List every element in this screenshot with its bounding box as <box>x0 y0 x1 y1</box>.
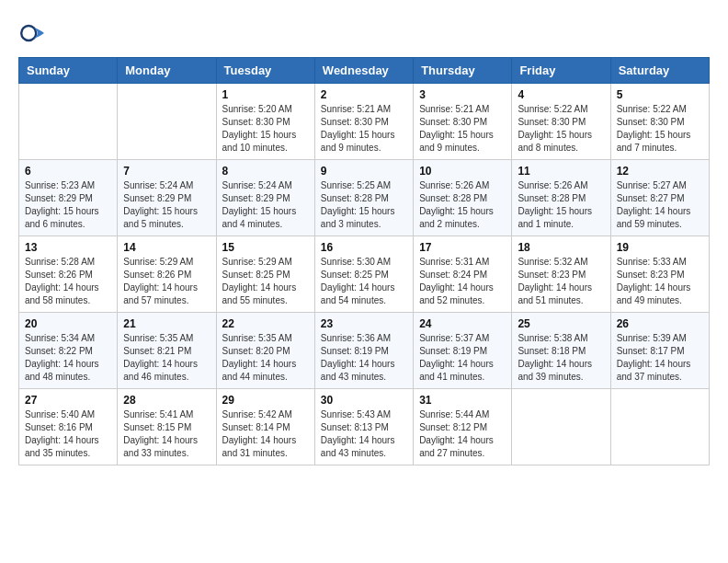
day-number: 31 <box>419 394 506 407</box>
calendar-week-1: 1Sunrise: 5:20 AM Sunset: 8:30 PM Daylig… <box>19 84 710 160</box>
calendar-header-row: SundayMondayTuesdayWednesdayThursdayFrid… <box>19 58 710 84</box>
day-info: Sunrise: 5:36 AM Sunset: 8:19 PM Dayligh… <box>321 332 407 384</box>
calendar-cell: 2Sunrise: 5:21 AM Sunset: 8:30 PM Daylig… <box>314 84 413 160</box>
calendar-cell <box>512 389 610 465</box>
day-info: Sunrise: 5:25 AM Sunset: 8:28 PM Dayligh… <box>321 179 407 231</box>
calendar-cell: 22Sunrise: 5:35 AM Sunset: 8:20 PM Dayli… <box>216 313 314 389</box>
day-number: 23 <box>321 317 407 330</box>
calendar-cell: 16Sunrise: 5:30 AM Sunset: 8:25 PM Dayli… <box>314 236 413 313</box>
day-info: Sunrise: 5:26 AM Sunset: 8:28 PM Dayligh… <box>518 179 604 231</box>
weekday-header-wednesday: Wednesday <box>314 58 413 84</box>
day-number: 6 <box>25 165 111 178</box>
day-number: 27 <box>25 394 111 407</box>
calendar-cell: 24Sunrise: 5:37 AM Sunset: 8:19 PM Dayli… <box>414 313 512 389</box>
day-number: 28 <box>123 394 210 407</box>
day-number: 16 <box>321 241 407 254</box>
page-header <box>18 18 710 48</box>
calendar-cell: 17Sunrise: 5:31 AM Sunset: 8:24 PM Dayli… <box>414 236 512 313</box>
calendar-cell: 26Sunrise: 5:39 AM Sunset: 8:17 PM Dayli… <box>610 313 709 389</box>
calendar-cell: 12Sunrise: 5:27 AM Sunset: 8:27 PM Dayli… <box>610 160 709 236</box>
weekday-header-sunday: Sunday <box>19 58 118 84</box>
day-info: Sunrise: 5:41 AM Sunset: 8:15 PM Dayligh… <box>123 408 210 460</box>
day-info: Sunrise: 5:22 AM Sunset: 8:30 PM Dayligh… <box>617 103 703 155</box>
day-info: Sunrise: 5:40 AM Sunset: 8:16 PM Dayligh… <box>25 408 111 460</box>
day-number: 13 <box>25 241 111 254</box>
calendar-table: SundayMondayTuesdayWednesdayThursdayFrid… <box>18 57 710 465</box>
day-number: 15 <box>222 241 309 254</box>
day-info: Sunrise: 5:27 AM Sunset: 8:27 PM Dayligh… <box>617 179 703 231</box>
day-info: Sunrise: 5:29 AM Sunset: 8:25 PM Dayligh… <box>222 256 309 307</box>
calendar-cell: 28Sunrise: 5:41 AM Sunset: 8:15 PM Dayli… <box>118 389 216 465</box>
calendar-cell: 7Sunrise: 5:24 AM Sunset: 8:29 PM Daylig… <box>118 160 216 236</box>
day-number: 22 <box>222 317 309 330</box>
day-info: Sunrise: 5:35 AM Sunset: 8:21 PM Dayligh… <box>123 332 210 384</box>
day-info: Sunrise: 5:39 AM Sunset: 8:17 PM Dayligh… <box>617 332 703 384</box>
day-number: 24 <box>419 317 506 330</box>
day-info: Sunrise: 5:33 AM Sunset: 8:23 PM Dayligh… <box>617 256 703 307</box>
day-info: Sunrise: 5:21 AM Sunset: 8:30 PM Dayligh… <box>321 103 407 155</box>
calendar-cell: 10Sunrise: 5:26 AM Sunset: 8:28 PM Dayli… <box>414 160 512 236</box>
calendar-cell: 31Sunrise: 5:44 AM Sunset: 8:12 PM Dayli… <box>414 389 512 465</box>
calendar-cell: 18Sunrise: 5:32 AM Sunset: 8:23 PM Dayli… <box>512 236 610 313</box>
day-number: 9 <box>321 165 407 178</box>
calendar-week-3: 13Sunrise: 5:28 AM Sunset: 8:26 PM Dayli… <box>19 236 710 313</box>
calendar-cell: 21Sunrise: 5:35 AM Sunset: 8:21 PM Dayli… <box>118 313 216 389</box>
day-info: Sunrise: 5:28 AM Sunset: 8:26 PM Dayligh… <box>25 256 111 307</box>
calendar-cell: 1Sunrise: 5:20 AM Sunset: 8:30 PM Daylig… <box>216 84 314 160</box>
weekday-header-thursday: Thursday <box>414 58 512 84</box>
calendar-cell: 29Sunrise: 5:42 AM Sunset: 8:14 PM Dayli… <box>216 389 314 465</box>
weekday-header-tuesday: Tuesday <box>216 58 314 84</box>
day-number: 29 <box>222 394 309 407</box>
day-number: 14 <box>123 241 210 254</box>
calendar-cell: 5Sunrise: 5:22 AM Sunset: 8:30 PM Daylig… <box>610 84 709 160</box>
calendar-cell: 13Sunrise: 5:28 AM Sunset: 8:26 PM Dayli… <box>19 236 118 313</box>
day-info: Sunrise: 5:24 AM Sunset: 8:29 PM Dayligh… <box>123 179 210 231</box>
calendar-cell: 4Sunrise: 5:22 AM Sunset: 8:30 PM Daylig… <box>512 84 610 160</box>
day-number: 26 <box>617 317 703 330</box>
day-number: 2 <box>321 88 407 101</box>
calendar-cell: 20Sunrise: 5:34 AM Sunset: 8:22 PM Dayli… <box>19 313 118 389</box>
day-number: 19 <box>617 241 703 254</box>
weekday-header-monday: Monday <box>118 58 216 84</box>
day-number: 21 <box>123 317 210 330</box>
svg-point-0 <box>21 26 36 40</box>
calendar-cell: 3Sunrise: 5:21 AM Sunset: 8:30 PM Daylig… <box>414 84 512 160</box>
calendar-week-4: 20Sunrise: 5:34 AM Sunset: 8:22 PM Dayli… <box>19 313 710 389</box>
calendar-cell: 14Sunrise: 5:29 AM Sunset: 8:26 PM Dayli… <box>118 236 216 313</box>
calendar-cell: 8Sunrise: 5:24 AM Sunset: 8:29 PM Daylig… <box>216 160 314 236</box>
day-number: 20 <box>25 317 111 330</box>
calendar-cell <box>118 84 216 160</box>
day-info: Sunrise: 5:38 AM Sunset: 8:18 PM Dayligh… <box>518 332 604 384</box>
calendar-cell: 30Sunrise: 5:43 AM Sunset: 8:13 PM Dayli… <box>314 389 413 465</box>
calendar-cell: 11Sunrise: 5:26 AM Sunset: 8:28 PM Dayli… <box>512 160 610 236</box>
day-info: Sunrise: 5:34 AM Sunset: 8:22 PM Dayligh… <box>25 332 111 384</box>
day-number: 3 <box>419 88 506 101</box>
day-number: 7 <box>123 165 210 178</box>
calendar-cell <box>19 84 118 160</box>
day-info: Sunrise: 5:37 AM Sunset: 8:19 PM Dayligh… <box>419 332 506 384</box>
day-info: Sunrise: 5:23 AM Sunset: 8:29 PM Dayligh… <box>25 179 111 231</box>
day-info: Sunrise: 5:44 AM Sunset: 8:12 PM Dayligh… <box>419 408 506 460</box>
day-info: Sunrise: 5:22 AM Sunset: 8:30 PM Dayligh… <box>518 103 604 155</box>
day-info: Sunrise: 5:35 AM Sunset: 8:20 PM Dayligh… <box>222 332 309 384</box>
day-number: 11 <box>518 165 604 178</box>
calendar-cell: 15Sunrise: 5:29 AM Sunset: 8:25 PM Dayli… <box>216 236 314 313</box>
calendar-cell: 23Sunrise: 5:36 AM Sunset: 8:19 PM Dayli… <box>314 313 413 389</box>
calendar-cell <box>610 389 709 465</box>
calendar-cell: 9Sunrise: 5:25 AM Sunset: 8:28 PM Daylig… <box>314 160 413 236</box>
day-info: Sunrise: 5:21 AM Sunset: 8:30 PM Dayligh… <box>419 103 506 155</box>
calendar-cell: 6Sunrise: 5:23 AM Sunset: 8:29 PM Daylig… <box>19 160 118 236</box>
day-info: Sunrise: 5:32 AM Sunset: 8:23 PM Dayligh… <box>518 256 604 307</box>
day-info: Sunrise: 5:24 AM Sunset: 8:29 PM Dayligh… <box>222 179 309 231</box>
day-number: 30 <box>321 394 407 407</box>
day-number: 10 <box>419 165 506 178</box>
day-info: Sunrise: 5:43 AM Sunset: 8:13 PM Dayligh… <box>321 408 407 460</box>
day-number: 4 <box>518 88 604 101</box>
calendar-week-5: 27Sunrise: 5:40 AM Sunset: 8:16 PM Dayli… <box>19 389 710 465</box>
day-info: Sunrise: 5:30 AM Sunset: 8:25 PM Dayligh… <box>321 256 407 307</box>
weekday-header-saturday: Saturday <box>610 58 709 84</box>
day-info: Sunrise: 5:31 AM Sunset: 8:24 PM Dayligh… <box>419 256 506 307</box>
calendar-cell: 25Sunrise: 5:38 AM Sunset: 8:18 PM Dayli… <box>512 313 610 389</box>
day-number: 1 <box>222 88 309 101</box>
logo <box>18 18 51 48</box>
